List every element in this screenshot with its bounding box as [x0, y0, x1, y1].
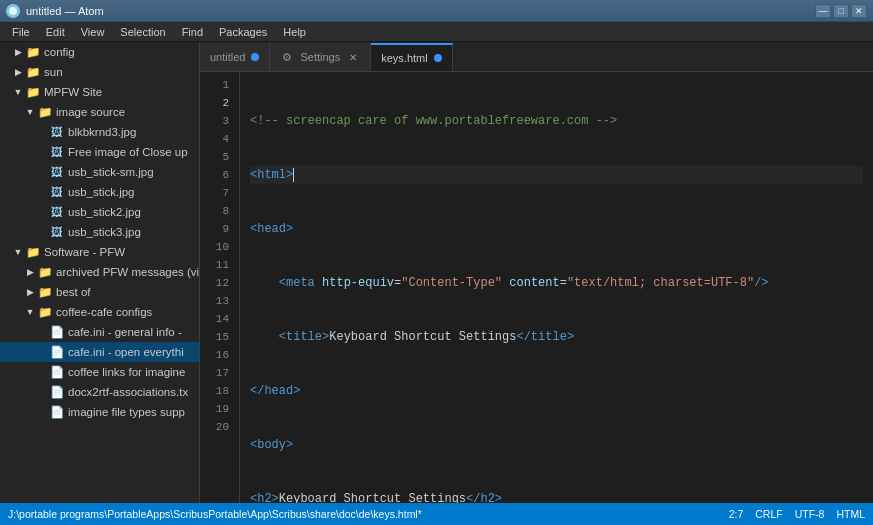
folder-icon: 📁 [38, 305, 52, 319]
sidebar-item-label: Software - PFW [44, 246, 125, 258]
file-icon: 📄 [50, 405, 64, 419]
close-button[interactable]: ✕ [851, 4, 867, 18]
line-num-15: 15 [200, 328, 229, 346]
editor-area: untitled ⚙ Settings ✕ keys.html 1 2 3 4 [200, 42, 873, 503]
sidebar-item-label: usb_stick-sm.jpg [68, 166, 154, 178]
maximize-button[interactable]: □ [833, 4, 849, 18]
code-lines[interactable]: <!-- screencap care of www.portablefreew… [240, 72, 873, 503]
tab-label: Settings [300, 51, 340, 63]
sidebar-item-software-pfw[interactable]: ▼ 📁 Software - PFW [0, 242, 199, 262]
gear-icon: ⚙ [280, 50, 294, 64]
tab-bar: untitled ⚙ Settings ✕ keys.html [200, 42, 873, 72]
file-icon: 📄 [50, 325, 64, 339]
line-num-8: 8 [200, 202, 229, 220]
chevron-right-icon: ▶ [12, 46, 24, 58]
menu-packages[interactable]: Packages [211, 24, 275, 40]
sidebar-item-label: blkbkrnd3.jpg [68, 126, 136, 138]
main: ▶ 📁 config ▶ 📁 sun ▼ 📁 MPFW Site ▼ 📁 ima… [0, 42, 873, 503]
line-num-3: 3 [200, 112, 229, 130]
tab-settings[interactable]: ⚙ Settings ✕ [270, 43, 371, 71]
title-bar: untitled — Atom — □ ✕ [0, 0, 873, 22]
chevron-down-icon: ▼ [24, 306, 36, 318]
sidebar-item-usb-stick2[interactable]: ▶ 🖼 usb_stick2.jpg [0, 202, 199, 222]
sidebar-item-label: coffee-cafe configs [56, 306, 152, 318]
sidebar-item-label: archived PFW messages (vi [56, 266, 199, 278]
chevron-down-icon: ▼ [12, 86, 24, 98]
sidebar-item-imagine[interactable]: ▶ 📄 imagine file types supp [0, 402, 199, 422]
status-position: 2:7 [729, 508, 744, 520]
chevron-right-icon: ▶ [24, 286, 36, 298]
sidebar-item-blkbkrnd[interactable]: ▶ 🖼 blkbkrnd3.jpg [0, 122, 199, 142]
sidebar-item-cafe-ini-2[interactable]: ▶ 📄 cafe.ini - open everythi [0, 342, 199, 362]
sidebar-item-label: sun [44, 66, 63, 78]
menu-help[interactable]: Help [275, 24, 314, 40]
status-encoding: UTF-8 [795, 508, 825, 520]
sidebar-item-label: usb_stick3.jpg [68, 226, 141, 238]
sidebar-item-archived[interactable]: ▶ 📁 archived PFW messages (vi [0, 262, 199, 282]
sidebar-item-label: usb_stick.jpg [68, 186, 134, 198]
sidebar-item-label: cafe.ini - open everythi [68, 346, 184, 358]
line-num-7: 7 [200, 184, 229, 202]
folder-icon: 📁 [26, 245, 40, 259]
chevron-down-icon: ▼ [24, 106, 36, 118]
sidebar-item-sun[interactable]: ▶ 📁 sun [0, 62, 199, 82]
folder-icon: 📁 [38, 285, 52, 299]
code-line-6: </head> [250, 382, 863, 400]
sidebar-item-docx-rtf[interactable]: ▶ 📄 docx2rtf-associations.tx [0, 382, 199, 402]
line-num-14: 14 [200, 310, 229, 328]
sidebar-item-free-image[interactable]: ▶ 🖼 Free image of Close up [0, 142, 199, 162]
status-line-ending: CRLF [755, 508, 782, 520]
line-num-12: 12 [200, 274, 229, 292]
file-icon: 📄 [50, 345, 64, 359]
file-icon: 🖼 [50, 225, 64, 239]
sidebar-item-label: best of [56, 286, 91, 298]
sidebar-item-cafe-ini-1[interactable]: ▶ 📄 cafe.ini - general info - [0, 322, 199, 342]
tab-keys-html[interactable]: keys.html [371, 43, 452, 71]
sidebar-item-image-source[interactable]: ▼ 📁 image source [0, 102, 199, 122]
menu-find[interactable]: Find [174, 24, 211, 40]
sidebar-item-label: imagine file types supp [68, 406, 185, 418]
chevron-down-icon: ▼ [12, 246, 24, 258]
sidebar: ▶ 📁 config ▶ 📁 sun ▼ 📁 MPFW Site ▼ 📁 ima… [0, 42, 200, 503]
file-icon: 🖼 [50, 185, 64, 199]
sidebar-item-label: MPFW Site [44, 86, 102, 98]
menu-view[interactable]: View [73, 24, 113, 40]
code-line-7: <body> [250, 436, 863, 454]
line-num-19: 19 [200, 400, 229, 418]
code-line-1: <!-- screencap care of www.portablefreew… [250, 112, 863, 130]
sidebar-item-config[interactable]: ▶ 📁 config [0, 42, 199, 62]
sidebar-item-label: coffee links for imagine [68, 366, 185, 378]
sidebar-item-coffee-cafe[interactable]: ▼ 📁 coffee-cafe configs [0, 302, 199, 322]
menu-file[interactable]: File [4, 24, 38, 40]
chevron-right-icon: ▶ [24, 266, 36, 278]
sidebar-item-coffee-links[interactable]: ▶ 📄 coffee links for imagine [0, 362, 199, 382]
minimize-button[interactable]: — [815, 4, 831, 18]
sidebar-item-mpfw[interactable]: ▼ 📁 MPFW Site [0, 82, 199, 102]
sidebar-item-label: usb_stick2.jpg [68, 206, 141, 218]
sidebar-item-best-of[interactable]: ▶ 📁 best of [0, 282, 199, 302]
tab-close-button[interactable]: ✕ [346, 50, 360, 64]
sidebar-item-label: docx2rtf-associations.tx [68, 386, 188, 398]
sidebar-item-usb-sm[interactable]: ▶ 🖼 usb_stick-sm.jpg [0, 162, 199, 182]
sidebar-item-label: cafe.ini - general info - [68, 326, 182, 338]
sidebar-item-usb-stick3[interactable]: ▶ 🖼 usb_stick3.jpg [0, 222, 199, 242]
folder-icon: 📁 [26, 45, 40, 59]
title-bar-left: untitled — Atom [6, 4, 104, 18]
sidebar-item-usb-stick[interactable]: ▶ 🖼 usb_stick.jpg [0, 182, 199, 202]
line-num-4: 4 [200, 130, 229, 148]
file-icon: 🖼 [50, 165, 64, 179]
line-num-2: 2 [200, 94, 229, 112]
tab-modified-dot [251, 53, 259, 61]
app-icon [6, 4, 20, 18]
folder-icon: 📁 [26, 85, 40, 99]
menu-selection[interactable]: Selection [112, 24, 173, 40]
status-bar: J:\portable programs\PortableApps\Scribu… [0, 503, 873, 525]
title-text: untitled — Atom [26, 5, 104, 17]
menu-bar: File Edit View Selection Find Packages H… [0, 22, 873, 42]
line-num-1: 1 [200, 76, 229, 94]
file-icon: 🖼 [50, 205, 64, 219]
menu-edit[interactable]: Edit [38, 24, 73, 40]
tab-untitled[interactable]: untitled [200, 43, 270, 71]
tab-label: untitled [210, 51, 245, 63]
editor-content[interactable]: 1 2 3 4 5 6 7 8 9 10 11 12 13 14 15 16 1… [200, 72, 873, 503]
